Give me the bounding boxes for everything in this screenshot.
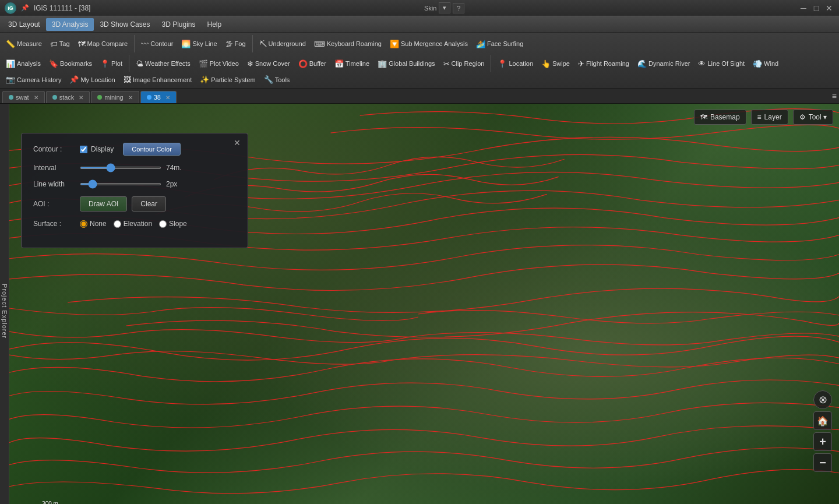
snow-cover-icon: ❄ xyxy=(247,59,253,68)
tool-tools[interactable]: 🔧Tools xyxy=(260,73,294,86)
tool-snow-cover[interactable]: ❄Snow Cover xyxy=(244,58,294,70)
menu-3d-plugins[interactable]: 3D Plugins xyxy=(156,18,201,31)
bookmarks-icon: 🔖 xyxy=(49,59,58,68)
sub-merge-icon: 🔽 xyxy=(390,40,399,48)
my-location-icon: 📌 xyxy=(69,75,79,84)
tool-buffer[interactable]: ⭕Buffer xyxy=(295,58,330,70)
home-button[interactable]: 🏠 xyxy=(813,411,832,430)
display-checkbox[interactable] xyxy=(80,146,87,153)
surface-elevation-option[interactable]: Elevation xyxy=(114,220,152,228)
interval-slider[interactable] xyxy=(80,167,161,169)
interval-row: Interval 74m. xyxy=(33,164,236,172)
tool-dropdown-button[interactable]: ⚙ Tool ▾ xyxy=(793,110,833,125)
tab-close-stack[interactable]: ✕ xyxy=(79,94,83,101)
tab-swat[interactable]: swat ✕ xyxy=(2,91,45,103)
tool-dropdown-label: Tool ▾ xyxy=(809,113,827,121)
help-icon[interactable]: ? xyxy=(453,3,464,13)
tab-label-mining: mining xyxy=(104,94,123,101)
tab-list-icon[interactable]: ≡ xyxy=(832,91,837,101)
tool-flight-roaming[interactable]: ✈Flight Roaming xyxy=(574,58,633,70)
main-area: Project Explorer xyxy=(0,104,839,504)
window-maximize-button[interactable]: □ xyxy=(811,3,822,13)
tool-location[interactable]: 📍Location xyxy=(494,58,537,70)
zoom-out-button[interactable]: − xyxy=(813,453,832,472)
tool-plot-video[interactable]: 🎬Plot Video xyxy=(195,58,242,70)
project-explorer-panel[interactable]: Project Explorer xyxy=(0,104,9,504)
tool-clip-region[interactable]: ✂Clip Region xyxy=(440,58,488,70)
tab-dot-38 xyxy=(147,95,151,100)
tool-weather-effects[interactable]: 🌤Weather Effects xyxy=(132,58,194,70)
surface-none-radio[interactable] xyxy=(80,220,87,228)
tab-close-swat[interactable]: ✕ xyxy=(34,94,38,101)
tool-image-enhancement[interactable]: 🖼Image Enhancement xyxy=(120,73,196,86)
surface-slope-option[interactable]: Slope xyxy=(159,220,187,228)
tool-face-surfing[interactable]: 🏄Face Surfing xyxy=(473,38,527,50)
zoom-in-button[interactable]: + xyxy=(813,432,832,451)
linewidth-slider-container: 2px xyxy=(80,180,236,188)
navigation-controls: ⊗ 🏠 + − xyxy=(813,390,832,472)
menu-3d-layout[interactable]: 3D Layout xyxy=(2,18,46,31)
contour-color-button[interactable]: Contour Color xyxy=(123,143,180,156)
display-label[interactable]: Display xyxy=(91,145,114,153)
tool-particle-system[interactable]: ✨Particle System xyxy=(196,73,259,86)
tool-tag[interactable]: 🏷Tag xyxy=(47,38,73,50)
tool-line-of-sight[interactable]: 👁Line Of Sight xyxy=(695,58,748,70)
skin-dropdown[interactable]: ▾ xyxy=(439,2,450,13)
tab-close-38[interactable]: ✕ xyxy=(165,94,170,101)
line-of-sight-icon: 👁 xyxy=(698,59,706,68)
image-enhancement-icon: 🖼 xyxy=(124,75,131,84)
map-compare-icon: 🗺 xyxy=(78,40,86,48)
tool-contour[interactable]: 〰Contour xyxy=(138,38,177,50)
tool-dynamic-river[interactable]: 🌊Dynamic River xyxy=(634,58,694,70)
clear-aoi-button[interactable]: Clear xyxy=(132,196,166,212)
interval-label: Interval xyxy=(33,164,80,172)
surface-slope-radio[interactable] xyxy=(159,220,167,228)
window-close-button[interactable]: ✕ xyxy=(824,3,834,13)
tool-underground[interactable]: ⛏Underground xyxy=(256,38,309,50)
face-surfing-icon: 🏄 xyxy=(476,40,485,48)
contour-panel-close-button[interactable]: ✕ xyxy=(231,137,243,149)
surface-none-option[interactable]: None xyxy=(80,220,107,228)
menu-help[interactable]: Help xyxy=(201,18,227,31)
title-minimize-icon: 📌 xyxy=(21,4,29,12)
tool-camera-history[interactable]: 📷Camera History xyxy=(2,73,65,86)
compass-button[interactable]: ⊗ xyxy=(813,390,832,409)
basemap-button[interactable]: 🗺 Basemap xyxy=(694,110,746,125)
menu-3d-showcases[interactable]: 3D Show Cases xyxy=(94,18,156,31)
surface-label: Surface : xyxy=(33,220,80,228)
linewidth-slider[interactable] xyxy=(80,183,161,185)
map-container[interactable]: 🗺 Basemap ≡ Layer ⚙ Tool ▾ 300 m ⊗ 🏠 + − xyxy=(9,104,839,504)
linewidth-label: Line width xyxy=(33,180,80,188)
tool-fog[interactable]: 🌫Fog xyxy=(222,38,249,50)
tab-mining[interactable]: mining ✕ xyxy=(91,91,139,103)
sky-line-icon: 🌅 xyxy=(181,40,191,48)
tab-stack[interactable]: stack ✕ xyxy=(46,91,90,103)
aoi-label: AOI : xyxy=(33,200,80,208)
surface-elevation-radio[interactable] xyxy=(114,220,121,228)
tool-map-compare[interactable]: 🗺Map Compare xyxy=(75,38,132,50)
tool-sky-line[interactable]: 🌅Sky Line xyxy=(178,38,220,50)
tool-bookmarks[interactable]: 🔖Bookmarks xyxy=(45,58,96,70)
layer-icon: ≡ xyxy=(757,113,762,121)
draw-aoi-button[interactable]: Draw AOI xyxy=(80,196,127,212)
tool-my-location[interactable]: 📌My Location xyxy=(66,73,118,86)
tool-analysis[interactable]: 📊Analysis xyxy=(2,58,44,70)
tool-sub-mergence[interactable]: 🔽Sub Mergence Analysis xyxy=(386,38,471,50)
contour-panel: ✕ Contour : Display Contour Color Interv… xyxy=(21,133,248,248)
tool-timeline[interactable]: 📅Timeline xyxy=(331,58,373,70)
tool-keyboard-roaming[interactable]: ⌨Keyboard Roaming xyxy=(311,38,385,50)
tab-close-mining[interactable]: ✕ xyxy=(128,94,133,101)
tool-wind[interactable]: 💨Wind xyxy=(749,58,782,70)
project-explorer-label-text: Project Explorer xyxy=(1,284,8,339)
tool-measure[interactable]: 📏Measure xyxy=(2,38,45,50)
contour-label: Contour : xyxy=(33,145,80,153)
linewidth-row: Line width 2px xyxy=(33,180,236,188)
tool-plot[interactable]: 📍Plot xyxy=(97,58,126,70)
tab-38[interactable]: 38 ✕ xyxy=(140,91,177,103)
tool-global-buildings[interactable]: 🏢Global Buildings xyxy=(374,58,439,70)
buffer-icon: ⭕ xyxy=(298,59,308,68)
window-minimize-button[interactable]: ─ xyxy=(798,3,809,13)
layer-button[interactable]: ≡ Layer xyxy=(751,110,788,125)
tool-swipe[interactable]: 👆Swipe xyxy=(538,58,573,70)
menu-3d-analysis[interactable]: 3D Analysis xyxy=(46,18,94,31)
